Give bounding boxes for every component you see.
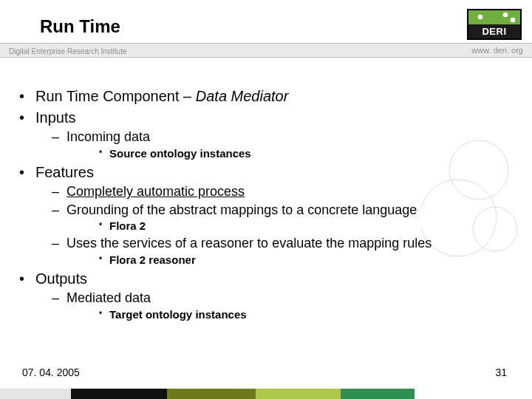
bullet-outputs: Outputs Mediated data Target ontology in… — [16, 270, 517, 321]
bullet-mediated-data: Mediated data Target ontology instances — [35, 290, 517, 321]
bullet-text: Uses the services of a reasoner to evalu… — [66, 236, 432, 250]
title-area: Run Time — [40, 16, 120, 37]
header-band: Digital Enterprise Research Institute ww… — [0, 43, 532, 58]
bullet-flora2: Flora 2 — [66, 219, 517, 233]
bullet-text: Mediated data — [66, 290, 151, 305]
slide-title: Run Time — [40, 16, 120, 37]
bullet-grounding: Grounding of the abstract mappings to a … — [35, 202, 517, 233]
bullet-text: Run Time Component – — [35, 88, 196, 104]
bullet-source-ontology: Source ontology instances — [66, 147, 517, 161]
bottom-stripe — [0, 389, 532, 399]
bullet-features: Features Completely automatic process Gr… — [16, 163, 517, 267]
bullet-text: Source ontology instances — [109, 147, 251, 160]
bullet-text: Completely automatic process — [66, 184, 245, 199]
content-area: Run Time Component – Data Mediator Input… — [16, 87, 517, 325]
logo-text: DERI — [482, 26, 506, 37]
bullet-text-italic: Data Mediator — [196, 88, 289, 104]
bullet-text: Outputs — [35, 270, 87, 287]
site-url: www. deri. org — [471, 46, 523, 55]
slide: Run Time DERI Digital Enterprise Researc… — [0, 0, 532, 399]
svg-point-3 — [478, 15, 483, 20]
bullet-text: Grounding of the abstract mappings to a … — [66, 202, 417, 217]
svg-point-4 — [503, 13, 508, 18]
bullet-run-time-component: Run Time Component – Data Mediator — [16, 87, 517, 106]
bullet-text: Incoming data — [66, 129, 150, 144]
bullet-text: Inputs — [35, 109, 75, 126]
deri-logo: DERI — [467, 9, 522, 40]
bullet-text: Flora 2 — [109, 219, 146, 232]
bullet-text: Target ontology instances — [109, 308, 247, 321]
page-number: 31 — [495, 366, 507, 378]
institute-name: Digital Enterprise Research Institute — [9, 47, 127, 55]
bullet-target-ontology: Target ontology instances — [66, 308, 517, 322]
bullet-inputs: Inputs Incoming data Source ontology ins… — [16, 109, 517, 160]
bullet-text: Features — [35, 164, 94, 180]
svg-point-5 — [511, 18, 516, 23]
institute-caption: Digital Enterprise Research Institute — [9, 44, 127, 58]
bullet-reasoner: Uses the services of a reasoner to evalu… — [35, 235, 517, 267]
footer-date: 07. 04. 2005 — [22, 366, 80, 378]
bullet-flora2-reasoner: Flora 2 reasoner — [66, 253, 517, 267]
bullet-text: Flora 2 reasoner — [109, 253, 196, 266]
bullet-automatic-process: Completely automatic process — [35, 183, 517, 200]
bullet-incoming-data: Incoming data Source ontology instances — [35, 129, 517, 160]
